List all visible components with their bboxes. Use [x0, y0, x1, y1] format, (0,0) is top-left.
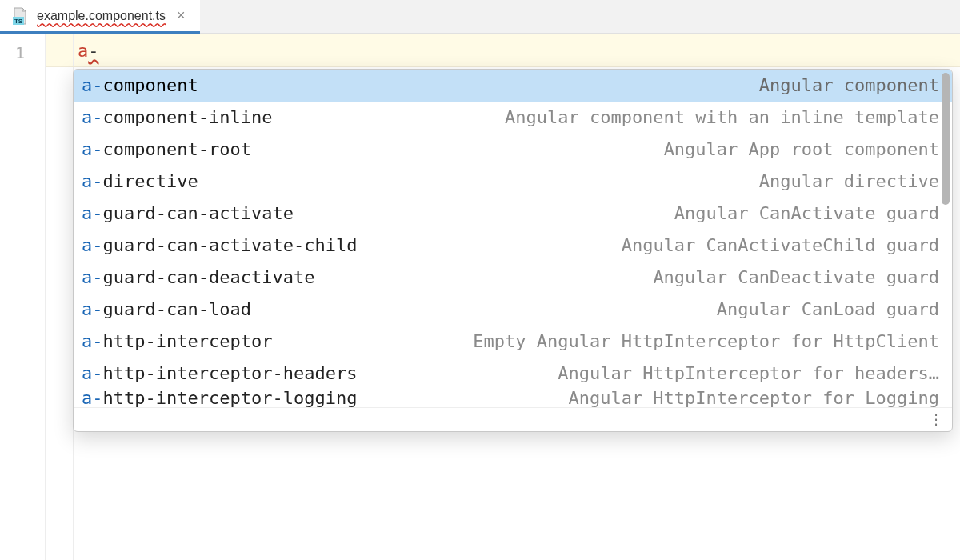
completion-item[interactable]: a-guard-can-deactivateAngular CanDeactiv… — [74, 262, 952, 294]
completion-popup[interactable]: a-componentAngular componenta-component-… — [73, 69, 953, 432]
completion-item-key: a-http-interceptor-logging — [82, 390, 357, 407]
completion-item[interactable]: a-componentAngular component — [74, 70, 952, 102]
completion-item-description: Angular CanActivateChild guard — [622, 234, 939, 257]
completion-item[interactable]: a-http-interceptor-headersAngular HttpIn… — [74, 358, 952, 390]
completion-item[interactable]: a-http-interceptorEmpty Angular HttpInte… — [74, 326, 952, 358]
popup-footer: ··· — [74, 407, 952, 431]
close-icon[interactable]: × — [174, 7, 189, 24]
scrollbar-thumb[interactable] — [942, 73, 950, 205]
completion-item-description: Angular HttpInterceptor for Logging — [568, 390, 939, 407]
completion-item[interactable]: a-component-inlineAngular component with… — [74, 102, 952, 134]
tab-filename: example.component.ts — [37, 9, 166, 23]
tab-active[interactable]: TS example.component.ts × — [0, 0, 200, 34]
completion-item-description: Angular CanActivate guard — [674, 202, 939, 225]
completion-item-description: Angular CanDeactivate guard — [653, 266, 939, 289]
typescript-file-icon: TS — [11, 7, 29, 25]
completion-item-description: Angular component with an inline templat… — [505, 106, 939, 129]
completion-item[interactable]: a-http-interceptor-loggingAngular HttpIn… — [74, 390, 952, 407]
completion-item-key: a-http-interceptor-headers — [82, 362, 357, 385]
tab-bar: TS example.component.ts × — [0, 0, 960, 34]
completion-item-key: a-guard-can-activate — [82, 202, 294, 225]
more-options-icon[interactable]: ··· — [932, 413, 941, 427]
code-column[interactable]: a- a-componentAngular componenta-compone… — [45, 34, 960, 560]
completion-item-key: a-http-interceptor — [82, 330, 272, 353]
completion-item[interactable]: a-component-rootAngular App root compone… — [74, 134, 952, 166]
completion-item-key: a-component-root — [82, 138, 251, 161]
completion-item[interactable]: a-guard-can-activate-childAngular CanAct… — [74, 230, 952, 262]
typed-text-prefix: a — [78, 41, 88, 61]
completion-item-key: a-guard-can-deactivate — [82, 266, 314, 289]
completion-item-description: Angular CanLoad guard — [717, 298, 939, 321]
completion-list: a-componentAngular componenta-component-… — [74, 70, 952, 407]
line-number: 1 — [0, 43, 25, 62]
completion-item-key: a-guard-can-load — [82, 298, 251, 321]
typed-text-suffix: - — [88, 41, 98, 61]
code-line[interactable]: a- — [46, 34, 960, 67]
completion-item-key: a-component-inline — [82, 106, 272, 129]
completion-item-description: Empty Angular HttpInterceptor for HttpCl… — [473, 330, 939, 353]
svg-text:TS: TS — [14, 18, 23, 25]
gutter: 1 — [0, 34, 45, 560]
completion-item-description: Angular directive — [759, 170, 939, 193]
completion-item[interactable]: a-guard-can-activateAngular CanActivate … — [74, 198, 952, 230]
completion-item-key: a-directive — [82, 170, 198, 193]
completion-item[interactable]: a-guard-can-loadAngular CanLoad guard — [74, 294, 952, 326]
completion-item-description: Angular App root component — [664, 138, 939, 161]
completion-item-description: Angular component — [759, 74, 939, 97]
completion-item-key: a-guard-can-activate-child — [82, 234, 357, 257]
editor-area: 1 a- a-componentAngular componenta-compo… — [0, 34, 960, 560]
completion-item[interactable]: a-directiveAngular directive — [74, 166, 952, 198]
completion-item-description: Angular HttpInterceptor for headers… — [558, 362, 939, 385]
completion-item-key: a-component — [82, 74, 198, 97]
